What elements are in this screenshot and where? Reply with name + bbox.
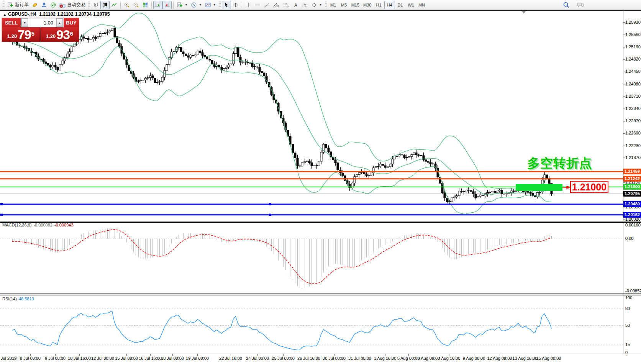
time-tick-mark [385, 354, 385, 356]
time-tick-label: 13 Aug 16:00 [513, 356, 538, 361]
time-axis[interactable]: 4 Jul 20198 Jul 00:009 Jul 08:0010 Jul 1… [0, 0, 641, 364]
zoom-in-button[interactable] [122, 1, 131, 9]
toolbar-grip[interactable] [88, 2, 90, 8]
time-tick-mark [257, 354, 258, 356]
timeframe-m5[interactable]: M5 [339, 1, 349, 9]
mt4-window: { "toolbar": { "new_order_label": "新订单",… [0, 0, 641, 364]
channel-button[interactable]: E [271, 1, 281, 9]
chat-icon [577, 2, 584, 8]
community-button[interactable] [39, 1, 49, 9]
periods-button[interactable]: ▼ [189, 1, 203, 9]
toolbar: 新订单 自动交易 ▼ ▼ [0, 0, 641, 10]
time-tick-mark [283, 354, 284, 356]
buy-price[interactable]: 1.20 93 6 [40, 27, 79, 42]
community-icon [41, 2, 47, 8]
horizontal-line-button[interactable] [253, 1, 262, 9]
time-tick-label: 30 Jul 00:00 [323, 356, 346, 361]
toolbar-grip[interactable] [219, 2, 221, 8]
buy-price-sup: 6 [70, 27, 73, 40]
candlestick-chart-icon [102, 2, 108, 8]
vertical-line-button[interactable] [244, 1, 253, 9]
timeframe-m15[interactable]: M15 [349, 1, 361, 9]
trendline-button[interactable] [262, 1, 271, 9]
time-tick-mark [55, 354, 56, 356]
chart-shift-icon [164, 2, 170, 8]
sell-price-big: 79 [18, 29, 31, 41]
candlestick-chart-button[interactable] [100, 1, 110, 9]
auto-scroll-icon [155, 2, 161, 8]
time-tick-mark [525, 354, 525, 356]
volume-input[interactable] [28, 18, 56, 27]
zoom-out-icon [133, 2, 139, 8]
timeframe-w1[interactable]: W1 [406, 1, 416, 9]
text-label-icon: T [302, 2, 308, 8]
new-order-icon [7, 2, 13, 8]
time-tick-label: 24 Jul 00:00 [246, 356, 269, 361]
crosshair-button[interactable] [231, 1, 240, 9]
time-tick-label: 8 Jul 00:00 [20, 356, 41, 361]
auto-scroll-button[interactable] [153, 1, 162, 9]
tile-windows-button[interactable] [141, 1, 150, 9]
new-order-button[interactable]: 新订单 [6, 1, 30, 9]
timeframe-group: M1M5M15M30H1H4D1W1MN [328, 1, 427, 9]
fibonacci-button[interactable]: F [281, 1, 291, 9]
template-icon [205, 2, 211, 8]
sell-price-prefix: 1.20 [7, 32, 17, 41]
sell-price[interactable]: 1.20 79 5 [2, 27, 40, 42]
line-chart-icon [111, 2, 117, 8]
crosshair-icon [233, 2, 239, 8]
annotation-text[interactable]: 多空转折点 [527, 155, 593, 172]
trendline-icon [264, 2, 270, 8]
time-tick-label: 9 Jul 08:00 [45, 356, 66, 361]
news-button[interactable] [49, 1, 58, 9]
time-tick-label: 25 Jul 08:00 [272, 356, 295, 361]
chat-button[interactable] [575, 1, 586, 9]
auto-trading-button[interactable]: 自动交易 [58, 1, 87, 9]
journal-icon [32, 2, 38, 8]
timeframe-mn[interactable]: MN [416, 1, 427, 9]
vertical-line-icon [246, 2, 251, 8]
time-tick-mark [309, 354, 309, 356]
journal-button[interactable] [30, 1, 39, 9]
sell-button[interactable]: SELL [2, 18, 21, 27]
timeframe-m1[interactable]: M1 [328, 1, 339, 9]
time-tick-mark [334, 354, 334, 356]
templates-button[interactable]: ▼ [203, 1, 218, 9]
time-tick-label: 16 Jul 16:00 [139, 356, 162, 361]
buy-button[interactable]: BUY [63, 18, 79, 27]
dropdown-caret-icon: ▼ [185, 3, 188, 7]
timeframe-d1[interactable]: D1 [395, 1, 406, 9]
chart-shift-button[interactable] [162, 1, 172, 9]
auto-trading-icon [59, 2, 66, 8]
time-tick-mark [231, 354, 231, 356]
time-tick-label: 12 Aug 08:00 [487, 356, 512, 361]
auto-trading-label: 自动交易 [67, 2, 85, 8]
timeframe-h4[interactable]: H4 [384, 1, 395, 9]
cursor-button[interactable] [222, 1, 231, 9]
price-callout-box[interactable]: 1.21000 [570, 181, 608, 193]
search-button[interactable] [561, 1, 571, 9]
news-icon [50, 2, 56, 8]
add-indicator-button[interactable]: ▼ [175, 1, 189, 9]
dropdown-caret-icon: ▼ [199, 3, 202, 7]
time-tick-label: 22 Jul 16:00 [219, 356, 242, 361]
timeframe-h1[interactable]: H1 [374, 1, 384, 9]
text-button[interactable]: A [291, 1, 300, 9]
sell-price-sup: 5 [31, 27, 34, 40]
add-indicator-icon [177, 2, 183, 8]
toolbar-grip[interactable] [3, 2, 5, 8]
time-tick-mark [549, 354, 549, 356]
bar-chart-button[interactable] [91, 1, 100, 9]
timeframe-m30[interactable]: M30 [361, 1, 373, 9]
line-chart-button[interactable] [110, 1, 119, 9]
volume-increase-button[interactable]: ▲ [56, 18, 63, 27]
arrows-button[interactable]: ▼ [310, 1, 324, 9]
arrows-icon [311, 2, 317, 8]
zoom-in-icon [124, 2, 130, 8]
svg-text:E: E [277, 5, 279, 8]
time-tick-label: 12 Jul 00:00 [91, 356, 114, 361]
zoom-out-button[interactable] [131, 1, 141, 9]
text-label-button[interactable]: T [300, 1, 310, 9]
toolbar-grip[interactable] [325, 2, 327, 8]
volume-decrease-button[interactable]: ▼ [21, 18, 28, 27]
